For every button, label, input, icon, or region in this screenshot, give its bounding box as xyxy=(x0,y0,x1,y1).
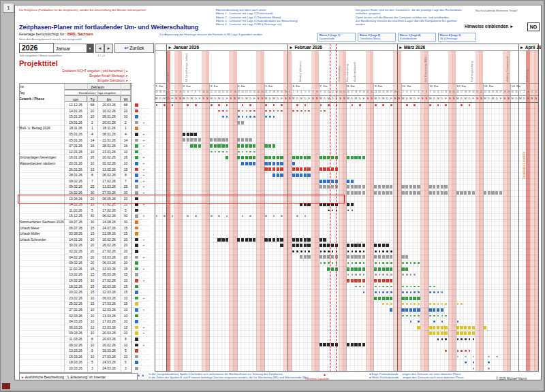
marker-color-cell[interactable] xyxy=(135,256,138,259)
phase-name-cell[interactable] xyxy=(20,184,64,190)
start-date-cell[interactable]: 11.03.26 xyxy=(64,336,87,342)
workdays-cell[interactable]: 30 xyxy=(87,219,97,225)
marker-symbol-cell[interactable]: + xyxy=(140,237,147,243)
marker-symbol-cell[interactable]: · xyxy=(140,272,147,278)
phase-name-cell[interactable] xyxy=(20,108,64,114)
workdays-cell[interactable]: 4 xyxy=(87,131,97,137)
phase-name-cell[interactable] xyxy=(20,348,64,354)
marker-color-cell[interactable] xyxy=(135,110,138,113)
start-date-cell[interactable]: 16.01.26 xyxy=(64,154,87,161)
marker-color-cell[interactable] xyxy=(135,314,138,318)
phase-name-cell[interactable] xyxy=(20,289,64,295)
marker-symbol-cell[interactable]: + xyxy=(140,120,147,126)
marker-symbol-cell[interactable]: · xyxy=(140,336,147,342)
marker-symbol-cell[interactable]: + xyxy=(140,242,147,248)
marker-symbol-cell[interactable]: + xyxy=(140,184,147,190)
project-title[interactable]: Projekttitel xyxy=(19,59,58,67)
phase-name-cell[interactable] xyxy=(20,365,64,372)
start-date-cell[interactable]: 04.02.26 xyxy=(64,201,87,208)
phase-name-cell[interactable] xyxy=(20,255,64,261)
start-date-cell[interactable]: 13.03.26 xyxy=(64,348,87,354)
workdays-cell[interactable]: 10 xyxy=(87,342,97,348)
marker-symbol-cell[interactable]: · xyxy=(140,359,147,365)
marker-color-cell[interactable] xyxy=(135,338,138,341)
phase-name-cell[interactable] xyxy=(20,260,64,266)
workdays-cell[interactable]: 10 xyxy=(87,278,97,284)
marker-color-cell[interactable] xyxy=(135,139,138,142)
workdays-cell[interactable]: 20 xyxy=(87,260,97,266)
marker-color-cell[interactable] xyxy=(135,326,138,329)
start-date-cell[interactable]: 09.02.26 xyxy=(64,342,87,348)
marker-color-cell[interactable] xyxy=(135,103,138,107)
start-date-cell[interactable]: 13.02.26 xyxy=(64,272,87,278)
phase-name-cell[interactable]: Grünanlagen bereinigen xyxy=(20,154,64,161)
marker-symbol-cell[interactable]: + xyxy=(140,278,147,284)
phase-name-cell[interactable] xyxy=(20,137,64,144)
workdays-cell[interactable]: 7 xyxy=(87,178,97,184)
month-header[interactable]: ► April 2026 xyxy=(520,45,542,50)
start-date-cell[interactable]: 03.08.26 xyxy=(64,231,87,237)
marker-color-cell[interactable] xyxy=(135,238,138,242)
workdays-cell[interactable]: 10 xyxy=(87,114,97,120)
phase-name-cell[interactable] xyxy=(20,278,64,284)
marker-symbol-cell[interactable]: + xyxy=(140,190,147,196)
marker-color-cell[interactable] xyxy=(135,361,138,364)
start-date-cell[interactable]: 09.02.26 xyxy=(64,178,87,184)
marker-symbol-cell[interactable]: · xyxy=(140,149,147,155)
phase-name-cell[interactable] xyxy=(20,354,64,360)
marker-color-cell[interactable] xyxy=(135,367,138,370)
hints-state-box[interactable]: NO xyxy=(527,22,540,31)
workdays-cell[interactable]: 20 xyxy=(87,196,97,202)
marker-color-cell[interactable] xyxy=(135,174,138,177)
phase-name-cell[interactable]: Urlaub Schneider xyxy=(20,237,64,243)
marker-color-cell[interactable] xyxy=(135,355,138,359)
start-date-cell[interactable]: 30.01.26 xyxy=(64,242,87,248)
start-date-cell[interactable]: 11.02.26 xyxy=(64,266,87,272)
month-header[interactable]: ► Februar 2026 xyxy=(289,45,322,50)
marker-symbol-cell[interactable]: + xyxy=(140,131,147,137)
marker-symbol-cell[interactable]: · xyxy=(140,289,147,295)
workdays-cell[interactable]: 15 xyxy=(87,167,97,173)
start-date-cell[interactable]: 18.02.26 xyxy=(64,284,87,290)
marker-color-cell[interactable] xyxy=(135,185,138,189)
marker-symbol-cell[interactable]: + xyxy=(140,307,147,313)
marker-symbol-cell[interactable]: · xyxy=(140,208,147,214)
workdays-cell[interactable]: 10 xyxy=(87,330,97,336)
marker-color-cell[interactable] xyxy=(135,285,138,289)
start-date-cell[interactable]: 27.02.26 xyxy=(64,307,87,313)
marker-symbol-cell[interactable]: x xyxy=(140,213,147,219)
marker-color-cell[interactable] xyxy=(135,115,138,118)
workdays-cell[interactable]: 5 xyxy=(87,348,97,354)
marker-symbol-cell[interactable]: · xyxy=(140,313,147,319)
workdays-cell[interactable]: 10 xyxy=(87,201,97,208)
layer-chip-4[interactable]: Ebene 4 (Lage 3)Wt & Feiertage xyxy=(438,33,476,42)
marker-symbol-cell[interactable]: · xyxy=(140,114,147,120)
marker-color-cell[interactable] xyxy=(135,244,138,247)
phase-name-cell[interactable] xyxy=(20,167,64,173)
marker-color-cell[interactable] xyxy=(135,203,138,206)
workdays-cell[interactable]: 15 xyxy=(87,231,97,237)
description-link-box[interactable]: ► Ausführliche Beschreibung : "L Erläute… xyxy=(19,373,138,380)
marker-color-cell[interactable] xyxy=(135,320,138,323)
start-date-cell[interactable]: 06.03.26 xyxy=(64,325,87,331)
month-header[interactable]: ► März 2026 xyxy=(399,45,425,50)
start-date-cell[interactable]: 07.01.26 xyxy=(64,143,87,149)
marker-symbol-cell[interactable]: · xyxy=(140,260,147,266)
phase-name-cell[interactable] xyxy=(20,295,64,301)
start-date-cell[interactable]: 09.02.26 xyxy=(64,184,87,190)
marker-symbol-cell[interactable]: + xyxy=(140,342,147,348)
workdays-cell[interactable]: 20 xyxy=(87,108,97,114)
phase-name-cell[interactable] xyxy=(20,213,64,219)
marker-color-cell[interactable] xyxy=(135,156,138,159)
marker-color-cell[interactable] xyxy=(135,144,138,148)
hints-toggle-button[interactable]: Hinweise einblenden ► xyxy=(465,24,514,29)
marker-color-cell[interactable] xyxy=(135,209,138,212)
month-select[interactable]: Januar ▼ xyxy=(53,44,94,53)
workdays-cell[interactable]: 15 xyxy=(87,272,97,278)
phase-name-cell[interactable] xyxy=(20,208,64,214)
workdays-cell[interactable]: 15 xyxy=(87,266,97,272)
phase-name-cell[interactable] xyxy=(20,342,64,348)
layer-chip-2[interactable]: Ebene 2 (Lage 2)Trennlinien Monat xyxy=(358,33,396,42)
phase-name-cell[interactable] xyxy=(20,248,64,255)
marker-symbol-cell[interactable]: + xyxy=(140,325,147,331)
